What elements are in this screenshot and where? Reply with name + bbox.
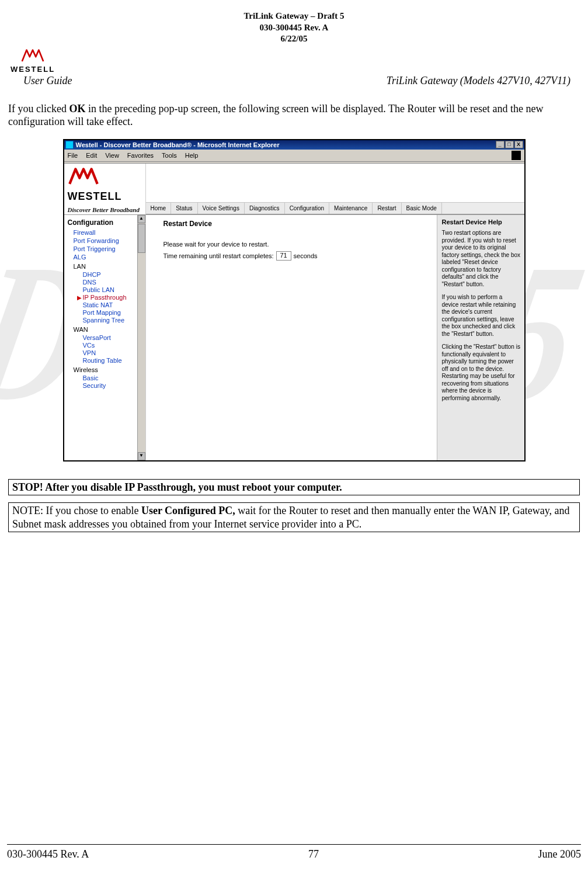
sidebar-item-vcs[interactable]: VCs	[83, 342, 143, 349]
tab-home[interactable]: Home	[146, 203, 172, 214]
nav-tabs: Home Status Voice Settings Diagnostics C…	[146, 202, 524, 214]
help-p3: Clicking the "Restart" button is functio…	[442, 343, 521, 402]
menu-edit[interactable]: Edit	[86, 152, 97, 159]
restart-device-heading: Restart Device	[163, 220, 431, 228]
tab-restart[interactable]: Restart	[373, 203, 401, 214]
sidebar-heading: Configuration	[68, 218, 143, 227]
wait-text: Please wait for your device to restart.	[163, 241, 431, 248]
sidebar-item-public-lan[interactable]: Public LAN	[83, 286, 143, 293]
tab-basic-mode[interactable]: Basic Mode	[402, 203, 442, 214]
doc-header-line1: TriLink Gateway – Draft 5	[7, 11, 581, 22]
menu-favorites[interactable]: Favorites	[127, 152, 154, 159]
sidebar-item-spanning-tree[interactable]: Spanning Tree	[83, 317, 143, 324]
sidebar-item-security[interactable]: Security	[83, 382, 143, 389]
help-panel: Restart Device Help Two restart options …	[437, 215, 524, 460]
minimize-button[interactable]: _	[496, 141, 505, 148]
sidebar-cat-lan: LAN	[74, 263, 143, 270]
model-label: TriLink Gateway (Models 427V10, 427V11)	[387, 75, 570, 87]
sidebar-item-dhcp[interactable]: DHCP	[83, 271, 143, 278]
window-titlebar: Westell - Discover Better Broadband® - M…	[64, 140, 524, 150]
sidebar-item-port-triggering[interactable]: Port Triggering	[74, 245, 143, 252]
intro-paragraph: If you clicked OK in the preceding pop-u…	[7, 92, 581, 129]
sidebar-scrollbar[interactable]: ▲ ▼	[137, 215, 145, 460]
user-guide-label: User Guide	[23, 75, 72, 87]
help-title: Restart Device Help	[442, 218, 521, 227]
doc-header-line2: 030-300445 Rev. A	[7, 22, 581, 34]
msn-icon[interactable]	[512, 151, 521, 160]
menu-bar: File Edit View Favorites Tools Help	[64, 150, 524, 162]
sidebar-item-alg[interactable]: ALG	[74, 254, 143, 261]
window-buttons: _ □ X	[496, 141, 523, 148]
close-button[interactable]: X	[514, 141, 523, 148]
tab-status[interactable]: Status	[171, 203, 197, 214]
sidebar-item-port-forwarding[interactable]: Port Forwarding	[74, 237, 143, 244]
tab-maintenance[interactable]: Maintenance	[329, 203, 373, 214]
scroll-thumb[interactable]	[138, 224, 145, 253]
footer-doc-id: 030-300445 Rev. A	[7, 848, 89, 860]
tab-configuration[interactable]: Configuration	[285, 203, 329, 214]
scroll-down-icon[interactable]: ▼	[138, 452, 145, 460]
scroll-up-icon[interactable]: ▲	[138, 215, 145, 223]
sidebar-item-routing-table[interactable]: Routing Table	[83, 357, 143, 364]
tab-diagnostics[interactable]: Diagnostics	[245, 203, 285, 214]
help-p1: Two restart options are provided. If you…	[442, 230, 521, 288]
menu-tools[interactable]: Tools	[162, 152, 177, 159]
sidebar-item-vpn[interactable]: VPN	[83, 349, 143, 356]
ie-icon	[65, 141, 74, 149]
sidebar-item-versaport[interactable]: VersaPort	[83, 334, 143, 341]
meta-row: User Guide TriLink Gateway (Models 427V1…	[7, 74, 581, 92]
stop-callout: STOP! After you disable IP Passthrough, …	[8, 479, 580, 496]
logo-text: WESTELL	[11, 65, 55, 74]
app-banner: WESTELL Discover Better Broadband Home S…	[64, 164, 524, 215]
browser-screenshot: Westell - Discover Better Broadband® - M…	[63, 139, 526, 461]
sidebar-cat-wan: WAN	[74, 326, 143, 333]
doc-header: TriLink Gateway – Draft 5 030-300445 Rev…	[7, 11, 581, 45]
sidebar-cat-wireless: Wireless	[74, 366, 143, 373]
westell-logo: WESTELL	[11, 48, 55, 74]
sidebar-item-firewall[interactable]: Firewall	[74, 229, 143, 236]
main-content: Restart Device Please wait for your devi…	[146, 215, 437, 460]
arrow-right-icon: ▶	[77, 294, 82, 301]
sidebar-item-dns[interactable]: DNS	[83, 279, 143, 286]
timer-value: 71	[276, 251, 291, 261]
page-number: 77	[308, 848, 319, 860]
page-footer: 030-300445 Rev. A 77 June 2005	[7, 844, 581, 860]
brand-tagline: Discover Better Broadband	[68, 206, 142, 213]
config-sidebar: Configuration Firewall Port Forwarding P…	[64, 215, 146, 460]
window-title: Westell - Discover Better Broadband® - M…	[76, 141, 280, 148]
sidebar-item-basic[interactable]: Basic	[83, 374, 143, 381]
sidebar-item-port-mapping[interactable]: Port Mapping	[83, 309, 143, 316]
maximize-button[interactable]: □	[505, 141, 514, 148]
brand-name: WESTELL	[68, 190, 142, 203]
timer-unit: seconds	[294, 252, 318, 259]
sidebar-item-ip-passthrough[interactable]: ▶IP Passthrough	[77, 294, 143, 301]
footer-date: June 2005	[538, 848, 581, 860]
menu-help[interactable]: Help	[185, 152, 199, 159]
menu-file[interactable]: File	[68, 152, 78, 159]
doc-header-line3: 6/22/05	[7, 33, 581, 45]
westell-logo-icon	[21, 48, 44, 64]
timer-label: Time remaining until restart completes:	[163, 252, 274, 259]
westell-logo-icon	[68, 167, 99, 187]
note-callout: NOTE: If you chose to enable User Config…	[8, 502, 580, 532]
help-p2: If you wish to perform a device restart …	[442, 294, 521, 338]
sidebar-item-static-nat[interactable]: Static NAT	[83, 301, 143, 308]
tab-voice-settings[interactable]: Voice Settings	[198, 203, 245, 214]
menu-view[interactable]: View	[105, 152, 119, 159]
